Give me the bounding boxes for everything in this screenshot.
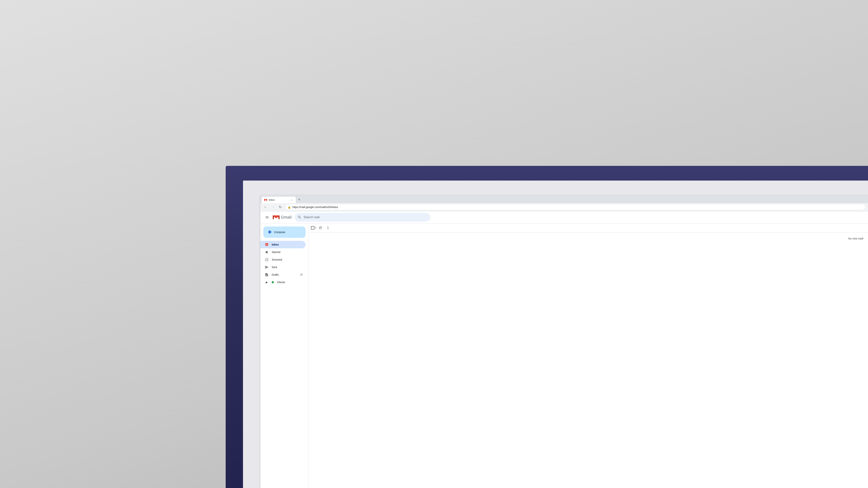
hamburger-icon: [265, 216, 269, 219]
clock-icon: [265, 258, 269, 261]
sidebar-item-sent[interactable]: Sent: [260, 263, 306, 271]
starred-label: Starred: [272, 251, 303, 254]
star-icon: [265, 250, 269, 254]
clients-label: Clients: [277, 281, 303, 284]
more-options-button[interactable]: [324, 224, 331, 231]
tab-title: Inbox: [269, 198, 288, 201]
address-bar: ← → ↻ 🔒 https://mail.google.com/mail/u/0…: [260, 203, 868, 212]
snoozed-label: Snoozed: [272, 258, 303, 261]
browser-window: Inbox × + ← → ↻ 🔒 https://mail.google.co…: [260, 195, 868, 488]
search-bar[interactable]: Search mail: [294, 213, 430, 222]
select-all-checkbox[interactable]: [311, 226, 314, 229]
sidebar: ✚ Compose Inbox: [260, 224, 309, 488]
compose-label: Compose: [274, 231, 285, 234]
gmail-app: Gmail Search mail ✚ Compose: [260, 212, 868, 488]
url-bar[interactable]: 🔒 https://mail.google.com/mail/u/0/#inbo…: [285, 204, 866, 210]
tab-close-button[interactable]: ×: [290, 198, 293, 202]
active-tab[interactable]: Inbox ×: [262, 197, 296, 203]
inbox-icon: [265, 243, 269, 247]
draft-icon: [265, 273, 269, 276]
sidebar-item-starred[interactable]: Starred: [260, 248, 306, 256]
sidebar-item-clients[interactable]: ▶ Clients: [260, 279, 306, 286]
inbox-label: Inbox: [272, 243, 303, 246]
new-tab-button[interactable]: +: [297, 197, 302, 202]
forward-button[interactable]: →: [270, 204, 275, 210]
sent-label: Sent: [272, 266, 303, 269]
sidebar-item-inbox[interactable]: Inbox: [260, 241, 306, 248]
send-icon: [265, 265, 269, 269]
tab-favicon: [264, 198, 267, 201]
back-button[interactable]: ←: [262, 204, 268, 210]
email-list: No new mail!: [309, 232, 868, 488]
more-vert-icon: [326, 226, 330, 230]
gmail-logo-text: Gmail: [281, 215, 291, 220]
refresh-icon: [318, 226, 322, 230]
search-placeholder: Search mail: [304, 216, 319, 219]
lock-icon: 🔒: [288, 205, 291, 208]
no-mail-text: No new mail!: [848, 235, 864, 240]
gmail-m-icon: [272, 215, 280, 220]
gmail-body: ✚ Compose Inbox: [260, 224, 868, 488]
tab-bar: Inbox × +: [260, 195, 868, 203]
compose-button[interactable]: ✚ Compose: [264, 227, 306, 238]
drafts-label: Drafts: [272, 273, 297, 276]
sidebar-item-snoozed[interactable]: Snoozed: [260, 256, 306, 263]
menu-button[interactable]: [264, 214, 271, 221]
gmail-logo: Gmail: [272, 215, 291, 220]
dropdown-arrow[interactable]: ▾: [315, 227, 316, 229]
drafts-count: 15: [300, 273, 303, 276]
main-content: ▾ No new mail!: [309, 224, 868, 488]
sidebar-item-drafts[interactable]: Drafts 15: [260, 271, 306, 279]
gmail-topbar: Gmail Search mail: [260, 212, 868, 224]
toolbar: ▾: [309, 224, 868, 232]
clients-color-dot: [272, 281, 274, 283]
refresh-button[interactable]: ↻: [278, 204, 283, 210]
url-text: https://mail.google.com/mail/u/0/#inbox: [292, 205, 338, 208]
search-icon: [298, 216, 301, 219]
expand-icon: ▶: [265, 281, 269, 284]
refresh-button[interactable]: [317, 224, 324, 231]
select-all-area[interactable]: ▾: [311, 226, 316, 229]
compose-plus-icon: ✚: [268, 229, 272, 235]
